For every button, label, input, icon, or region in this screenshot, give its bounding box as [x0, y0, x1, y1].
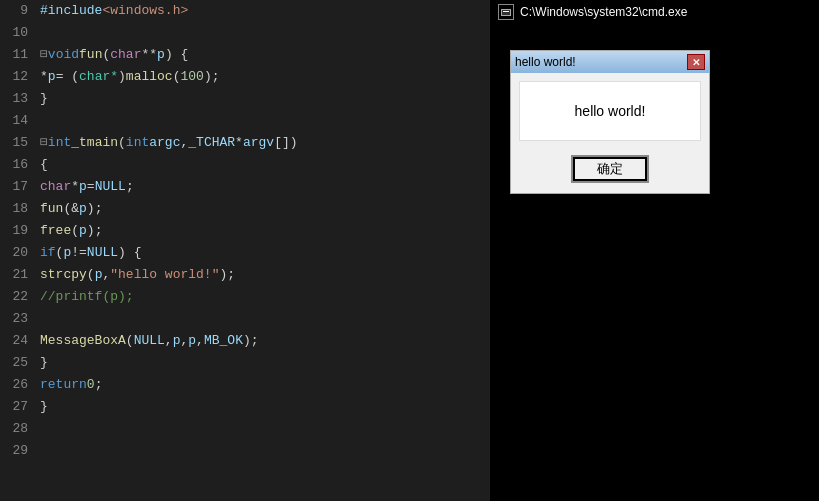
token: = (: [56, 66, 79, 88]
token: ) {: [118, 242, 141, 264]
cmd-window: C:\Windows\system32\cmd.exe hello world!…: [490, 0, 819, 501]
token: int: [126, 132, 149, 154]
dialog-window: hello world! ✕ hello world! 确定: [510, 50, 710, 194]
token: ⊟: [40, 132, 48, 154]
code-line-10: [40, 22, 490, 44]
token: #include: [40, 0, 102, 22]
token: ,: [180, 330, 188, 352]
token: (: [87, 264, 95, 286]
token: (: [118, 132, 126, 154]
code-line-9: #include <windows.h>: [40, 0, 490, 22]
token: MB_OK: [204, 330, 243, 352]
token: );: [87, 198, 103, 220]
token: argv: [243, 132, 274, 154]
line-number-13: 13: [0, 88, 28, 110]
line-number-28: 28: [0, 418, 28, 440]
token: p: [79, 198, 87, 220]
line-number-15: 15: [0, 132, 28, 154]
code-line-20: if (p != NULL) {: [40, 242, 490, 264]
line-number-12: 12: [0, 66, 28, 88]
token: ) {: [165, 44, 188, 66]
token: }: [40, 88, 48, 110]
line-number-10: 10: [0, 22, 28, 44]
cmd-icon: [498, 4, 514, 20]
token: p: [173, 330, 181, 352]
line-number-23: 23: [0, 308, 28, 330]
token: void: [48, 44, 79, 66]
token: *: [235, 132, 243, 154]
token: char: [110, 44, 141, 66]
token: ⊟: [40, 44, 48, 66]
dialog-overlay: hello world! ✕ hello world! 确定: [510, 50, 710, 194]
token: (: [102, 44, 110, 66]
token: }: [40, 396, 48, 418]
line-number-25: 25: [0, 352, 28, 374]
line-number-14: 14: [0, 110, 28, 132]
token: p: [95, 264, 103, 286]
line-number-18: 18: [0, 198, 28, 220]
code-line-24: MessageBoxA(NULL, p, p, MB_OK);: [40, 330, 490, 352]
token: ,: [102, 264, 110, 286]
code-line-23: [40, 308, 490, 330]
line-numbers: 9101112131415161718192021222324252627282…: [0, 0, 36, 501]
line-number-29: 29: [0, 440, 28, 462]
code-line-15: ⊟ int _tmain(int argc, _TCHAR* argv[]): [40, 132, 490, 154]
token: fun: [40, 198, 63, 220]
token: !=: [71, 242, 87, 264]
token: ;: [126, 176, 134, 198]
code-editor: 9101112131415161718192021222324252627282…: [0, 0, 490, 501]
cmd-titlebar: C:\Windows\system32\cmd.exe: [490, 0, 819, 24]
line-number-17: 17: [0, 176, 28, 198]
dialog-ok-button[interactable]: 确定: [571, 155, 649, 183]
token: ,: [165, 330, 173, 352]
code-line-11: ⊟ void fun(char** p) {: [40, 44, 490, 66]
token: free: [40, 220, 71, 242]
code-line-17: char* p = NULL;: [40, 176, 490, 198]
token: _TCHAR: [188, 132, 235, 154]
token: <windows.h>: [102, 0, 188, 22]
token: return: [40, 374, 87, 396]
token: p: [79, 220, 87, 242]
token: );: [204, 66, 220, 88]
token: (&: [63, 198, 79, 220]
code-line-18: fun(&p);: [40, 198, 490, 220]
token: 100: [180, 66, 203, 88]
line-number-19: 19: [0, 220, 28, 242]
token: argc: [149, 132, 180, 154]
token: int: [48, 132, 71, 154]
line-number-9: 9: [0, 0, 28, 22]
line-number-27: 27: [0, 396, 28, 418]
dialog-titlebar: hello world! ✕: [511, 51, 709, 73]
token: *: [71, 176, 79, 198]
token: malloc: [126, 66, 173, 88]
cmd-icon-inner: [501, 9, 511, 16]
dialog-close-button[interactable]: ✕: [687, 54, 705, 70]
token: }: [40, 352, 48, 374]
token: NULL: [95, 176, 126, 198]
token: );: [243, 330, 259, 352]
dialog-message: hello world!: [575, 103, 646, 119]
token: (: [71, 220, 79, 242]
code-line-12: *p = (char*)malloc(100);: [40, 66, 490, 88]
code-line-19: free(p);: [40, 220, 490, 242]
token: NULL: [134, 330, 165, 352]
code-line-21: strcpy(p, "hello world!");: [40, 264, 490, 286]
token: //printf(p);: [40, 286, 134, 308]
token: 0: [87, 374, 95, 396]
token: "hello world!": [110, 264, 219, 286]
token: ;: [95, 374, 103, 396]
token: (: [56, 242, 64, 264]
token: p: [63, 242, 71, 264]
line-number-16: 16: [0, 154, 28, 176]
code-content: #include <windows.h>⊟ void fun(char** p)…: [36, 0, 490, 501]
token: =: [87, 176, 95, 198]
token: p: [79, 176, 87, 198]
token: strcpy: [40, 264, 87, 286]
token: (: [173, 66, 181, 88]
line-number-21: 21: [0, 264, 28, 286]
token: []): [274, 132, 297, 154]
code-line-22: //printf(p);: [40, 286, 490, 308]
token: p: [157, 44, 165, 66]
token: );: [87, 220, 103, 242]
token: ): [118, 66, 126, 88]
